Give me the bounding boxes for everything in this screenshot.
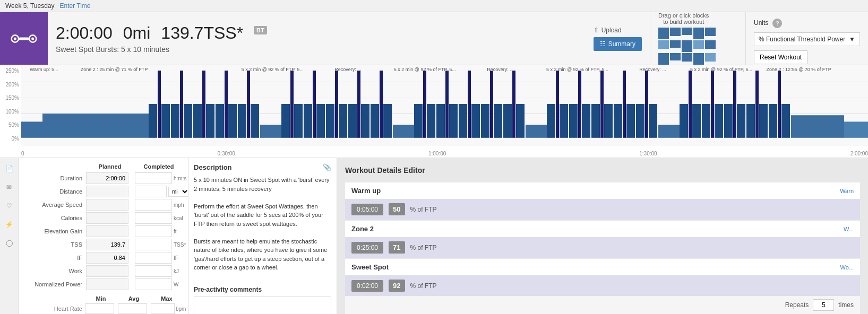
work-planned-input[interactable]: [86, 265, 128, 277]
block-8[interactable]: [682, 40, 692, 52]
svg-rect-79: [711, 71, 714, 138]
svg-rect-86: [759, 104, 768, 138]
enter-time-link[interactable]: Enter Time: [60, 2, 91, 10]
block-7[interactable]: [670, 40, 681, 48]
mail-icon[interactable]: ✉: [4, 182, 14, 193]
block-6[interactable]: [658, 40, 669, 49]
np-planned-input[interactable]: [86, 278, 128, 290]
seg-label-zone2: Zone 2 : 25 min @ 71 % of FTP: [81, 67, 148, 72]
if-label: IF: [24, 255, 85, 261]
svg-rect-44: [423, 71, 426, 138]
warmup-link[interactable]: Warn: [840, 188, 854, 194]
block-2[interactable]: [670, 28, 681, 36]
block-14[interactable]: [693, 53, 704, 65]
pre-activity-input[interactable]: [194, 296, 331, 314]
distance-unit-select[interactable]: mi km: [168, 187, 188, 197]
block-3[interactable]: [682, 28, 692, 35]
reset-workout-button[interactable]: Reset Workout: [754, 50, 807, 64]
np-completed-input[interactable]: [135, 278, 172, 290]
calories-planned-input[interactable]: [86, 212, 128, 224]
heart-icon[interactable]: ♡: [4, 200, 14, 211]
warmup-block: 0:05:00 50 % of FTP: [345, 199, 860, 220]
svg-rect-72: [645, 71, 648, 138]
block-10[interactable]: [705, 40, 716, 49]
duration-completed-input[interactable]: [135, 172, 172, 184]
hr-max-input[interactable]: [151, 303, 175, 314]
svg-rect-56: [512, 71, 515, 138]
segment-labels-row: Warm up: 5... Zone 2 : 25 min @ 71 % of …: [21, 67, 868, 75]
hr-min-input[interactable]: [85, 303, 114, 314]
units-select[interactable]: % Functional Threshold Power ▼: [754, 32, 860, 46]
avg-speed-completed-input[interactable]: [135, 199, 172, 211]
block-12[interactable]: [670, 53, 681, 60]
hr-avg-input[interactable]: [118, 303, 147, 314]
x-label-90: 1:30:00: [639, 151, 657, 156]
description-panel: Description 📎 5 x 10 minutes ON in Sweet…: [188, 158, 337, 314]
calories-unit: kcal: [174, 215, 183, 221]
duration-planned-input[interactable]: [86, 172, 128, 184]
lightning-icon[interactable]: ⚡: [4, 219, 14, 230]
distance-planned-input[interactable]: [86, 186, 128, 197]
metric-row-elevation: Elevation Gain ft: [24, 225, 183, 237]
elevation-planned-input[interactable]: [86, 225, 128, 237]
upload-button[interactable]: ⇧ Upload: [594, 27, 622, 34]
minmaxavg-section: Min Avg Max Heart Rate bpm: [24, 295, 183, 314]
x-label-30: 0:30:00: [218, 151, 235, 156]
clock-icon[interactable]: ◯: [4, 238, 14, 248]
warmup-time: 0:05:00: [351, 204, 383, 215]
if-planned-input[interactable]: [86, 252, 128, 264]
seg-label-5x2-3: 5 x 2 min @ 92 % of FTP, 5...: [546, 67, 608, 72]
svg-point-4: [31, 37, 34, 40]
svg-rect-73: [649, 104, 657, 138]
minmaxavg-header: Min Avg Max: [24, 295, 183, 302]
seg-label-5x2-4: 5 x 2 min @ 92 % of FTP, 5...: [690, 67, 752, 72]
tss-planned-input[interactable]: [86, 239, 128, 250]
block-15[interactable]: [705, 53, 716, 62]
svg-rect-32: [316, 104, 325, 138]
avg-speed-planned-input[interactable]: [86, 199, 128, 211]
calories-completed-input[interactable]: [135, 212, 172, 224]
x-label-120: 2:00:00: [850, 151, 868, 156]
bottom-section: 📄 ✉ ♡ ⚡ ◯ Planned Completed Duration h:m…: [0, 158, 868, 314]
block-5[interactable]: [705, 28, 716, 36]
units-selected-label: % Functional Threshold Power: [759, 36, 845, 43]
block-13[interactable]: [682, 53, 692, 62]
block-11[interactable]: [658, 53, 669, 65]
summary-button[interactable]: ☷ Summary: [594, 37, 642, 51]
calories-label: Calories: [24, 215, 85, 221]
work-completed-input[interactable]: [135, 265, 172, 277]
distance-completed-input[interactable]: [135, 186, 167, 197]
block-9[interactable]: [693, 40, 704, 49]
warmup-ftp-label: % of FTP: [410, 206, 437, 213]
svg-rect-23: [238, 104, 246, 138]
svg-rect-63: [578, 71, 581, 138]
block-1[interactable]: [658, 28, 669, 39]
zone2-ftp-label: % of FTP: [410, 244, 437, 251]
metric-row-tss: TSS TSS*: [24, 239, 183, 250]
file-icon[interactable]: 📄: [4, 163, 14, 174]
zone2-link[interactable]: W...: [844, 226, 854, 232]
workout-blocks[interactable]: [658, 28, 716, 65]
clip-icon[interactable]: 📎: [323, 163, 331, 171]
tss-completed-input[interactable]: [135, 239, 172, 250]
svg-rect-16: [184, 104, 192, 138]
if-completed-input[interactable]: [135, 252, 172, 264]
repeats-input[interactable]: [813, 299, 834, 311]
svg-rect-46: [436, 104, 445, 138]
repeats-row: Repeats times: [345, 296, 860, 314]
svg-rect-28: [290, 71, 294, 138]
upload-label: Upload: [601, 27, 622, 34]
sweetspot-link[interactable]: Wo...: [840, 264, 854, 271]
help-icon[interactable]: ?: [772, 19, 782, 28]
metrics-header: Planned Completed: [24, 163, 183, 170]
svg-rect-91: [844, 121, 868, 137]
summary-icon: ☷: [600, 40, 606, 48]
blocks-area: Drag or click blocksto build workout: [650, 12, 746, 65]
bt-badge: BT: [254, 26, 267, 34]
elevation-completed-input[interactable]: [135, 225, 172, 237]
zone2-pct: 71: [389, 241, 405, 254]
svg-rect-20: [216, 104, 224, 138]
svg-rect-80: [715, 104, 723, 138]
svg-rect-38: [361, 104, 369, 138]
block-4[interactable]: [693, 28, 704, 39]
